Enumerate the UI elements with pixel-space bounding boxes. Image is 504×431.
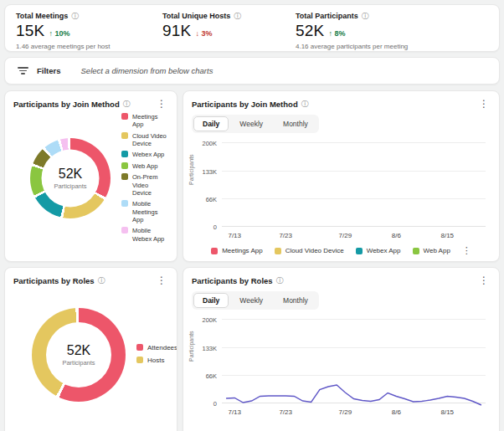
kpi-total-unique-hosts: Total Unique Hosts ⓘ 91K ↓ 3%: [162, 12, 296, 44]
kpi-summary-card: Total Meetings ⓘ 15K ↑ 10% 1.46 average …: [4, 4, 500, 52]
legend-swatch: [121, 162, 128, 169]
info-icon[interactable]: ⓘ: [98, 277, 105, 285]
legend-swatch: [136, 344, 143, 351]
filter-icon[interactable]: [17, 67, 28, 74]
tab-weekly[interactable]: Weekly: [230, 293, 272, 308]
x-tick-label: 7/29: [339, 408, 352, 416]
tab-monthly[interactable]: Monthly: [274, 293, 317, 308]
kpi-label: Total Meetings: [16, 12, 68, 20]
tab-daily[interactable]: Daily: [193, 116, 229, 131]
legend-item[interactable]: Meetings App: [211, 247, 262, 255]
legend-item[interactable]: Web App: [121, 162, 168, 170]
kpi-value: 91K: [162, 22, 191, 40]
panel-roles-bars: Participants by Roles ⓘ ⋮ Daily Weekly M…: [183, 267, 500, 431]
legend-swatch: [121, 173, 128, 180]
legend-swatch: [413, 248, 419, 254]
legend-item[interactable]: Webex App: [356, 247, 401, 255]
legend-swatch: [136, 357, 143, 363]
more-options-icon[interactable]: ⋮: [155, 99, 168, 109]
panels-grid: Participants by Join Method ⓘ ⋮ 52K Part…: [4, 90, 500, 431]
legend-item[interactable]: Cloud Video Device: [121, 132, 168, 148]
legend-item[interactable]: Mobile Webex App: [121, 227, 168, 243]
legend-item[interactable]: Mobile Meetings App: [121, 200, 168, 223]
filters-bar[interactable]: Filters Select a dimension from below ch…: [4, 57, 500, 85]
more-options-icon[interactable]: ⋮: [155, 275, 168, 285]
donut-total-value: 52K: [59, 167, 82, 182]
info-icon[interactable]: ⓘ: [123, 100, 131, 108]
panel-roles-donut: Participants by Roles ⓘ ⋮ 52K Participan…: [4, 267, 177, 431]
legend-swatch: [121, 200, 128, 207]
info-icon[interactable]: ⓘ: [276, 277, 284, 285]
panel-join-method-bars: Participants by Join Method ⓘ ⋮ Daily We…: [183, 90, 500, 262]
x-tick-label: 8/15: [440, 232, 454, 239]
panel-join-method-donut: Participants by Join Method ⓘ ⋮ 52K Part…: [4, 90, 177, 262]
chart-legend: Meetings AppCloud Video DeviceWebex AppW…: [192, 245, 491, 256]
trend-down-icon: ↓: [195, 29, 199, 38]
x-tick-label: 8/6: [392, 232, 401, 239]
y-tick-label: 200K: [202, 316, 217, 324]
x-tick-label: 8/15: [440, 408, 454, 416]
x-tick-label: 7/23: [279, 408, 292, 416]
panel-title: Participants by Roles: [13, 276, 95, 285]
legend-item[interactable]: Web App: [413, 247, 450, 255]
donut-chart-area: 52K Participants Meetings AppCloud Video…: [13, 109, 168, 247]
panel-title: Participants by Roles: [192, 276, 273, 285]
donut-total-label: Participants: [62, 359, 95, 367]
legend-label: Webex App: [367, 247, 401, 255]
info-icon[interactable]: ⓘ: [71, 13, 79, 20]
tab-weekly[interactable]: Weekly: [230, 116, 272, 131]
legend-overflow-icon[interactable]: ⋮: [462, 245, 471, 256]
kpi-trend: ↑ 10%: [49, 29, 69, 38]
tab-daily[interactable]: Daily: [193, 293, 229, 308]
legend-swatch: [356, 248, 363, 254]
more-options-icon[interactable]: ⋮: [477, 99, 491, 109]
tab-monthly[interactable]: Monthly: [274, 116, 317, 131]
info-icon[interactable]: ⓘ: [234, 13, 241, 20]
y-tick-label: 133K: [202, 167, 217, 175]
legend-swatch: [121, 113, 128, 120]
legend-label: Meetings App: [132, 113, 168, 129]
info-icon[interactable]: ⓘ: [301, 100, 309, 108]
legend-label: Mobile Meetings App: [132, 200, 168, 223]
x-tick-label: 7/23: [279, 232, 292, 239]
bars-container: [222, 143, 486, 227]
y-axis-label: Participants: [188, 331, 194, 362]
kpi-label: Total Participants: [296, 12, 358, 20]
legend-label: On-Prem Video Device: [132, 173, 168, 197]
more-options-icon[interactable]: ⋮: [477, 275, 491, 285]
y-tick-label: 0: [213, 400, 217, 408]
legend-label: Hosts: [147, 357, 164, 365]
join-method-donut-chart[interactable]: 52K Participants: [30, 138, 111, 218]
y-axis-label: Participants: [188, 154, 194, 185]
legend-item[interactable]: On-Prem Video Device: [121, 173, 168, 197]
legend-item[interactable]: Attendees: [136, 344, 177, 352]
legend-swatch: [275, 248, 281, 254]
legend-item[interactable]: Webex App: [121, 151, 168, 158]
info-icon[interactable]: ⓘ: [362, 13, 369, 20]
trend-up-icon: ↑: [49, 29, 53, 38]
legend-label: Cloud Video Device: [285, 247, 344, 255]
interval-tabs: Daily Weekly Monthly: [192, 291, 319, 310]
legend-label: Web App: [424, 247, 450, 255]
legend-label: Mobile Webex App: [132, 227, 168, 243]
legend-swatch: [121, 151, 128, 157]
donut-center: 52K Participants: [46, 322, 111, 387]
y-tick-label: 66K: [206, 372, 217, 380]
dashboard-page: Total Meetings ⓘ 15K ↑ 10% 1.46 average …: [0, 0, 504, 431]
legend-label: Web App: [132, 162, 157, 170]
x-tick-label: 7/13: [228, 232, 241, 239]
roles-donut-chart[interactable]: 52K Participants: [32, 308, 126, 402]
x-axis: 7/137/237/298/68/15: [222, 407, 486, 418]
x-tick-label: 7/29: [339, 232, 352, 239]
legend-label: Attendees: [147, 344, 177, 352]
legend-item[interactable]: Cloud Video Device: [275, 247, 344, 255]
kpi-value: 15K: [16, 22, 44, 40]
legend-label: Webex App: [132, 151, 164, 158]
legend-swatch: [121, 132, 128, 139]
x-tick-label: 8/6: [392, 408, 401, 416]
legend-item[interactable]: Hosts: [136, 357, 177, 365]
legend-item[interactable]: Meetings App: [121, 113, 168, 129]
plot-area: 200K133K66K0: [222, 320, 486, 403]
x-axis: 7/137/237/298/68/15: [222, 230, 486, 242]
legend-label: Cloud Video Device: [132, 132, 168, 148]
